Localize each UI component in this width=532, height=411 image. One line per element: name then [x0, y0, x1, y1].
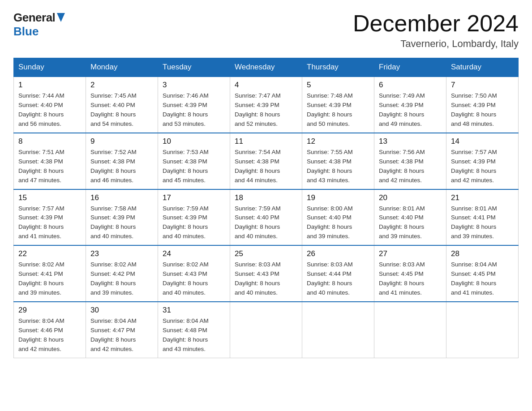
day-info: Sunrise: 8:01 AMSunset: 4:40 PMDaylight:… [379, 204, 442, 242]
day-info: Sunrise: 8:02 AMSunset: 4:41 PMDaylight:… [18, 260, 81, 298]
day-number: 23 [90, 249, 153, 258]
calendar-cell: 5 Sunrise: 7:48 AMSunset: 4:39 PMDayligh… [302, 77, 374, 133]
logo: General Blue [13, 11, 65, 39]
calendar-cell: 12 Sunrise: 7:55 AMSunset: 4:38 PMDaylig… [302, 133, 374, 189]
day-number: 30 [90, 306, 153, 315]
col-header-monday: Monday [86, 58, 158, 77]
day-info: Sunrise: 8:04 AMSunset: 4:47 PMDaylight:… [90, 317, 153, 354]
day-number: 19 [307, 193, 369, 202]
day-info: Sunrise: 7:55 AMSunset: 4:38 PMDaylight:… [307, 148, 369, 185]
calendar-cell: 23 Sunrise: 8:02 AMSunset: 4:42 PMDaylig… [86, 245, 158, 302]
calendar-cell: 10 Sunrise: 7:53 AMSunset: 4:38 PMDaylig… [158, 133, 230, 189]
calendar-cell: 7 Sunrise: 7:50 AMSunset: 4:39 PMDayligh… [446, 77, 519, 133]
calendar-cell: 17 Sunrise: 7:59 AMSunset: 4:39 PMDaylig… [158, 189, 230, 246]
day-info: Sunrise: 8:04 AMSunset: 4:46 PMDaylight:… [18, 317, 81, 354]
calendar-cell: 6 Sunrise: 7:49 AMSunset: 4:39 PMDayligh… [374, 77, 446, 133]
calendar-cell: 19 Sunrise: 8:00 AMSunset: 4:40 PMDaylig… [302, 189, 374, 246]
month-title: December 2024 [353, 11, 519, 36]
day-info: Sunrise: 8:02 AMSunset: 4:43 PMDaylight:… [163, 260, 225, 298]
calendar-cell: 15 Sunrise: 7:57 AMSunset: 4:39 PMDaylig… [14, 189, 86, 246]
day-number: 18 [235, 193, 297, 202]
col-header-thursday: Thursday [302, 58, 374, 77]
calendar-cell: 18 Sunrise: 7:59 AMSunset: 4:40 PMDaylig… [230, 189, 302, 246]
day-info: Sunrise: 7:53 AMSunset: 4:38 PMDaylight:… [163, 148, 225, 185]
logo-general-text: General [13, 11, 55, 25]
day-number: 29 [18, 306, 81, 315]
day-number: 1 [18, 81, 81, 90]
col-header-wednesday: Wednesday [230, 58, 302, 77]
day-info: Sunrise: 7:44 AMSunset: 4:40 PMDaylight:… [18, 91, 81, 129]
calendar-week-row: 1 Sunrise: 7:44 AMSunset: 4:40 PMDayligh… [14, 77, 519, 133]
location-title: Tavernerio, Lombardy, Italy [353, 38, 519, 50]
calendar-cell: 26 Sunrise: 8:03 AMSunset: 4:44 PMDaylig… [302, 245, 374, 302]
day-info: Sunrise: 8:01 AMSunset: 4:41 PMDaylight:… [451, 204, 514, 242]
day-number: 2 [90, 81, 153, 90]
logo-blue-text: Blue [13, 25, 39, 38]
col-header-sunday: Sunday [14, 58, 86, 77]
calendar-week-row: 29 Sunrise: 8:04 AMSunset: 4:46 PMDaylig… [14, 302, 519, 358]
day-number: 25 [235, 249, 297, 258]
day-number: 7 [451, 81, 514, 90]
day-number: 17 [163, 193, 225, 202]
calendar-cell: 4 Sunrise: 7:47 AMSunset: 4:39 PMDayligh… [230, 77, 302, 133]
day-info: Sunrise: 7:54 AMSunset: 4:38 PMDaylight:… [235, 148, 297, 185]
col-header-tuesday: Tuesday [158, 58, 230, 77]
day-info: Sunrise: 7:48 AMSunset: 4:39 PMDaylight:… [307, 91, 369, 129]
day-info: Sunrise: 8:02 AMSunset: 4:42 PMDaylight:… [90, 260, 153, 298]
calendar-cell: 29 Sunrise: 8:04 AMSunset: 4:46 PMDaylig… [14, 302, 86, 358]
day-number: 26 [307, 249, 369, 258]
calendar-cell: 11 Sunrise: 7:54 AMSunset: 4:38 PMDaylig… [230, 133, 302, 189]
day-info: Sunrise: 7:59 AMSunset: 4:40 PMDaylight:… [235, 204, 297, 242]
day-number: 27 [379, 249, 442, 258]
calendar-week-row: 22 Sunrise: 8:02 AMSunset: 4:41 PMDaylig… [14, 245, 519, 302]
calendar-cell: 13 Sunrise: 7:56 AMSunset: 4:38 PMDaylig… [374, 133, 446, 189]
day-info: Sunrise: 7:49 AMSunset: 4:39 PMDaylight:… [379, 91, 442, 129]
day-number: 16 [90, 193, 153, 202]
day-number: 31 [163, 306, 225, 315]
calendar-cell: 30 Sunrise: 8:04 AMSunset: 4:47 PMDaylig… [86, 302, 158, 358]
day-info: Sunrise: 7:50 AMSunset: 4:39 PMDaylight:… [451, 91, 514, 129]
day-info: Sunrise: 7:58 AMSunset: 4:39 PMDaylight:… [90, 204, 153, 242]
day-number: 9 [90, 137, 153, 146]
day-info: Sunrise: 7:57 AMSunset: 4:39 PMDaylight:… [451, 148, 514, 185]
calendar-cell: 24 Sunrise: 8:02 AMSunset: 4:43 PMDaylig… [158, 245, 230, 302]
day-info: Sunrise: 7:47 AMSunset: 4:39 PMDaylight:… [235, 91, 297, 129]
day-number: 12 [307, 137, 369, 146]
day-info: Sunrise: 8:04 AMSunset: 4:45 PMDaylight:… [451, 260, 514, 298]
day-number: 8 [18, 137, 81, 146]
svg-marker-0 [57, 13, 65, 22]
day-info: Sunrise: 7:56 AMSunset: 4:38 PMDaylight:… [379, 148, 442, 185]
calendar-cell: 9 Sunrise: 7:52 AMSunset: 4:38 PMDayligh… [86, 133, 158, 189]
calendar-cell: 21 Sunrise: 8:01 AMSunset: 4:41 PMDaylig… [446, 189, 519, 246]
title-block: December 2024 Tavernerio, Lombardy, Ital… [353, 11, 519, 50]
col-header-saturday: Saturday [446, 58, 519, 77]
day-number: 10 [163, 137, 225, 146]
day-number: 14 [451, 137, 514, 146]
day-number: 28 [451, 249, 514, 258]
calendar-header-row: SundayMondayTuesdayWednesdayThursdayFrid… [14, 58, 519, 77]
day-info: Sunrise: 7:51 AMSunset: 4:38 PMDaylight:… [18, 148, 81, 185]
calendar-cell: 25 Sunrise: 8:03 AMSunset: 4:43 PMDaylig… [230, 245, 302, 302]
calendar-cell: 28 Sunrise: 8:04 AMSunset: 4:45 PMDaylig… [446, 245, 519, 302]
day-info: Sunrise: 8:03 AMSunset: 4:44 PMDaylight:… [307, 260, 369, 298]
day-number: 20 [379, 193, 442, 202]
calendar-cell: 20 Sunrise: 8:01 AMSunset: 4:40 PMDaylig… [374, 189, 446, 246]
day-number: 22 [18, 249, 81, 258]
day-info: Sunrise: 8:04 AMSunset: 4:48 PMDaylight:… [163, 317, 225, 354]
logo-arrow-icon [57, 13, 65, 22]
day-info: Sunrise: 8:03 AMSunset: 4:43 PMDaylight:… [235, 260, 297, 298]
day-info: Sunrise: 7:52 AMSunset: 4:38 PMDaylight:… [90, 148, 153, 185]
col-header-friday: Friday [374, 58, 446, 77]
calendar-cell: 2 Sunrise: 7:45 AMSunset: 4:40 PMDayligh… [86, 77, 158, 133]
calendar-cell [230, 302, 302, 358]
day-number: 3 [163, 81, 225, 90]
day-number: 11 [235, 137, 297, 146]
calendar-cell: 8 Sunrise: 7:51 AMSunset: 4:38 PMDayligh… [14, 133, 86, 189]
calendar-cell: 16 Sunrise: 7:58 AMSunset: 4:39 PMDaylig… [86, 189, 158, 246]
day-info: Sunrise: 8:03 AMSunset: 4:45 PMDaylight:… [379, 260, 442, 298]
day-info: Sunrise: 7:57 AMSunset: 4:39 PMDaylight:… [18, 204, 81, 242]
day-info: Sunrise: 7:59 AMSunset: 4:39 PMDaylight:… [163, 204, 225, 242]
calendar-cell: 1 Sunrise: 7:44 AMSunset: 4:40 PMDayligh… [14, 77, 86, 133]
day-number: 21 [451, 193, 514, 202]
day-number: 13 [379, 137, 442, 146]
